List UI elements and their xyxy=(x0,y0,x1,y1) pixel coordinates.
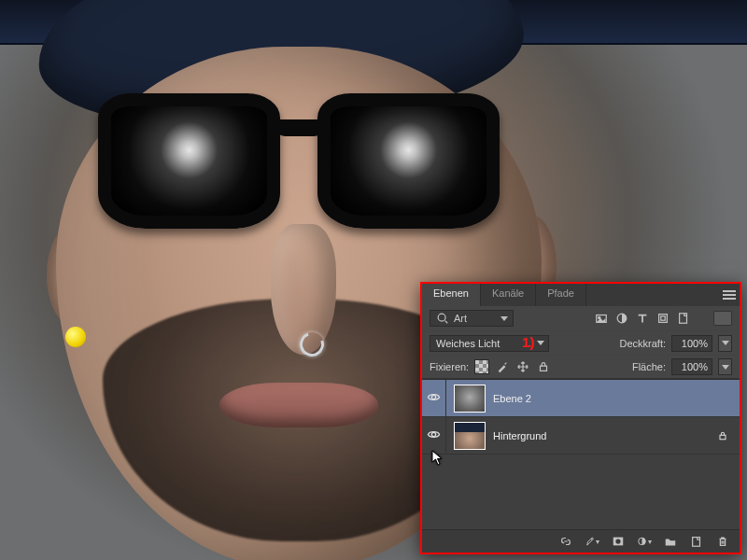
fill-slider-toggle[interactable] xyxy=(718,358,732,375)
chevron-down-icon xyxy=(537,341,544,345)
new-group-button[interactable] xyxy=(663,534,678,549)
svg-point-3 xyxy=(599,316,600,318)
visibility-toggle[interactable] xyxy=(422,417,446,454)
svg-point-14 xyxy=(615,539,620,543)
panel-footer: ▾ ▾ xyxy=(422,530,740,553)
eye-icon xyxy=(427,390,441,406)
layer-list: Ebene 2 Hintergrund xyxy=(422,379,740,530)
layers-panel: Ebenen Kanäle Pfade Art Weiches Licht 1.… xyxy=(420,282,741,554)
layer-filter-type[interactable]: Art xyxy=(430,310,514,327)
search-icon xyxy=(435,311,450,326)
svg-point-0 xyxy=(438,314,445,321)
svg-line-1 xyxy=(445,321,448,324)
new-adjustment-button[interactable]: ▾ xyxy=(637,534,652,549)
tab-channels[interactable]: Kanäle xyxy=(481,284,536,306)
filter-type-icon[interactable] xyxy=(635,311,650,326)
chevron-down-icon xyxy=(722,341,729,345)
fill-label: Fläche: xyxy=(632,361,666,372)
eye-icon xyxy=(427,427,441,443)
new-layer-button[interactable] xyxy=(689,534,704,549)
blend-mode-select[interactable]: Weiches Licht 1.) xyxy=(430,335,549,352)
delete-layer-button[interactable] xyxy=(715,534,730,549)
svg-point-9 xyxy=(431,395,435,399)
svg-rect-7 xyxy=(680,314,687,324)
sunglasses xyxy=(98,93,500,243)
layer-name[interactable]: Hintergrund xyxy=(493,430,713,441)
add-mask-button[interactable] xyxy=(611,534,626,549)
panel-menu-button[interactable] xyxy=(719,284,740,306)
lock-transparency-button[interactable] xyxy=(474,359,489,374)
layer-thumbnail[interactable] xyxy=(454,385,486,413)
filter-row: Art xyxy=(422,306,740,330)
blend-row: Weiches Licht 1.) Deckkraft: 100% xyxy=(422,330,740,355)
svg-rect-6 xyxy=(661,316,665,320)
chevron-down-icon xyxy=(722,365,729,370)
filter-shape-icon[interactable] xyxy=(655,311,670,326)
lock-row: Fixieren: Fläche: 100% xyxy=(422,355,740,379)
filter-pixel-icon[interactable] xyxy=(594,311,609,326)
layer-row[interactable]: Ebene 2 xyxy=(422,380,740,417)
svg-rect-11 xyxy=(720,435,726,440)
chevron-down-icon xyxy=(500,316,508,321)
blend-mode-value: Weiches Licht xyxy=(436,338,500,349)
svg-rect-8 xyxy=(541,366,547,371)
filter-smart-icon[interactable] xyxy=(676,311,691,326)
lock-all-button[interactable] xyxy=(536,359,551,374)
opacity-field[interactable]: 100% xyxy=(671,335,712,352)
svg-rect-16 xyxy=(693,538,700,547)
layer-thumbnail[interactable] xyxy=(454,422,486,450)
opacity-slider-toggle[interactable] xyxy=(718,335,732,352)
layer-row[interactable]: Hintergrund xyxy=(422,417,740,455)
lips xyxy=(219,383,378,427)
link-layers-button[interactable] xyxy=(558,534,573,549)
layer-name[interactable]: Ebene 2 xyxy=(493,393,732,404)
lock-position-button[interactable] xyxy=(515,359,530,374)
annotation-marker: 1.) xyxy=(522,335,533,349)
background-lock-indicator xyxy=(713,430,732,441)
filter-label: Art xyxy=(454,313,467,324)
tab-paths[interactable]: Pfade xyxy=(536,284,586,306)
layer-style-button[interactable]: ▾ xyxy=(585,534,599,549)
svg-point-10 xyxy=(431,432,435,436)
fill-field[interactable]: 100% xyxy=(671,358,712,375)
left-lens xyxy=(98,93,280,229)
panel-tabs: Ebenen Kanäle Pfade xyxy=(422,284,740,306)
filter-adjustment-icon[interactable] xyxy=(614,311,629,326)
visibility-toggle[interactable] xyxy=(422,380,446,416)
left-earring xyxy=(65,327,86,347)
svg-point-12 xyxy=(591,538,593,539)
tab-layers[interactable]: Ebenen xyxy=(422,284,481,306)
opacity-label: Deckkraft: xyxy=(619,338,666,349)
right-lens xyxy=(317,93,500,229)
glasses-bridge xyxy=(275,119,324,136)
lock-pixels-button[interactable] xyxy=(495,359,510,374)
svg-rect-5 xyxy=(659,315,668,323)
filter-toggle-switch[interactable] xyxy=(713,311,732,326)
menu-icon xyxy=(723,290,736,300)
lock-label: Fixieren: xyxy=(430,361,469,372)
